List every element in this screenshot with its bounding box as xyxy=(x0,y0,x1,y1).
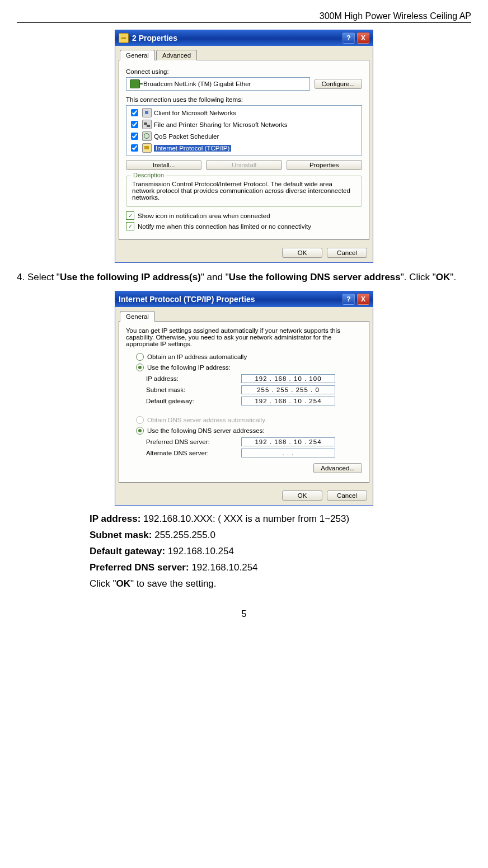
description-group: Description Transmission Control Protoco… xyxy=(126,176,362,207)
radio-obtain-dns xyxy=(136,416,144,424)
item-checkbox[interactable] xyxy=(131,144,138,152)
adapter-field: Broadcom NetLink (TM) Gigabit Ether xyxy=(126,77,310,91)
connection-icon xyxy=(119,33,129,43)
item-checkbox[interactable] xyxy=(131,109,138,116)
connect-using-label: Connect using: xyxy=(126,68,362,75)
show-icon-checkbox[interactable]: ✓ xyxy=(126,211,134,220)
close-button[interactable]: X xyxy=(357,294,369,305)
notes-block: IP address: 192.168.10.XXX: ( XXX is a n… xyxy=(90,511,471,592)
subnet-mask-field[interactable]: 255 . 255 . 255 . 0 xyxy=(241,385,335,394)
help-button[interactable]: ? xyxy=(342,294,355,305)
gateway-label: Default gateway: xyxy=(146,398,241,404)
protocol-icon xyxy=(142,143,152,153)
radio-use-ip[interactable] xyxy=(136,364,144,371)
dialog-title: 2 Properties xyxy=(132,34,177,43)
notify-checkbox[interactable]: ✓ xyxy=(126,222,134,230)
description-legend: Description xyxy=(131,172,166,178)
gateway-field[interactable]: 192 . 168 . 10 . 254 xyxy=(241,397,335,405)
radio-use-ip-label: Use the following IP address: xyxy=(147,364,231,371)
item-label: Client for Microsoft Networks xyxy=(154,110,236,116)
radio-use-dns[interactable] xyxy=(136,427,144,435)
ip-address-label: IP address: xyxy=(146,375,241,382)
share-icon xyxy=(142,120,152,129)
nic-icon xyxy=(130,79,140,88)
page-header: 300M High Power Wireless Ceiling AP xyxy=(17,11,471,23)
item-label: QoS Packet Scheduler xyxy=(154,133,219,140)
notify-label: Notify me when this connection has limit… xyxy=(138,223,311,230)
adns-label: Alternate DNS server: xyxy=(146,450,241,456)
tab-general[interactable]: General xyxy=(120,311,155,322)
cancel-button[interactable]: Cancel xyxy=(327,490,367,501)
advanced-button[interactable]: Advanced... xyxy=(313,463,362,473)
item-label: Internet Protocol (TCP/IP) xyxy=(154,145,231,152)
ok-button[interactable]: OK xyxy=(282,248,322,258)
radio-obtain-ip-label: Obtain an IP address automatically xyxy=(147,353,247,360)
dialog-tcpip: Internet Protocol (TCP/IP) Properties ? … xyxy=(115,291,373,506)
subnet-mask-label: Subnet mask: xyxy=(146,386,241,393)
titlebar: Internet Protocol (TCP/IP) Properties ? … xyxy=(115,291,373,307)
tab-general[interactable]: General xyxy=(120,50,155,60)
adns-field[interactable]: . . . xyxy=(241,449,335,457)
titlebar: 2 Properties ? X xyxy=(115,30,373,46)
radio-obtain-dns-label: Obtain DNS server address automatically xyxy=(147,417,265,423)
list-item[interactable]: QoS Packet Scheduler xyxy=(126,130,362,142)
list-item[interactable]: Client for Microsoft Networks xyxy=(126,107,362,119)
ip-address-field[interactable]: 192 . 168 . 10 . 100 xyxy=(241,374,335,383)
qos-icon xyxy=(142,131,152,141)
item-label: File and Printer Sharing for Microsoft N… xyxy=(154,121,287,128)
pdns-label: Preferred DNS server: xyxy=(146,438,241,445)
item-checkbox[interactable] xyxy=(131,121,138,128)
radio-use-dns-label: Use the following DNS server addresses: xyxy=(147,427,265,434)
properties-button[interactable]: Properties xyxy=(287,160,362,170)
configure-button[interactable]: Configure... xyxy=(315,79,362,89)
install-button[interactable]: Install... xyxy=(126,160,201,170)
intro-text: You can get IP settings assigned automat… xyxy=(126,327,362,347)
ok-button[interactable]: OK xyxy=(282,490,322,501)
step-text: 4. Select "Use the following IP address(… xyxy=(17,268,471,286)
page-number: 5 xyxy=(17,609,471,619)
radio-obtain-ip[interactable] xyxy=(136,353,144,361)
description-text: Transmission Control Protocol/Internet P… xyxy=(132,181,356,201)
items-listbox[interactable]: Client for Microsoft Networks File and P… xyxy=(126,105,362,155)
client-icon xyxy=(142,108,152,117)
items-label: This connection uses the following items… xyxy=(126,96,362,103)
item-checkbox[interactable] xyxy=(131,133,138,140)
adapter-text: Broadcom NetLink (TM) Gigabit Ether xyxy=(143,81,251,87)
show-icon-label: Show icon in notification area when conn… xyxy=(138,213,270,219)
list-item[interactable]: File and Printer Sharing for Microsoft N… xyxy=(126,119,362,130)
cancel-button[interactable]: Cancel xyxy=(327,248,367,258)
help-button[interactable]: ? xyxy=(342,32,355,44)
uninstall-button: Uninstall xyxy=(206,160,281,170)
close-button[interactable]: X xyxy=(357,32,369,44)
pdns-field[interactable]: 192 . 168 . 10 . 254 xyxy=(241,437,335,446)
dialog-properties: 2 Properties ? X General Advanced Connec… xyxy=(115,30,373,263)
dialog-title: Internet Protocol (TCP/IP) Properties xyxy=(119,295,255,304)
list-item[interactable]: Internet Protocol (TCP/IP) xyxy=(126,142,362,154)
tab-advanced[interactable]: Advanced xyxy=(156,50,197,60)
